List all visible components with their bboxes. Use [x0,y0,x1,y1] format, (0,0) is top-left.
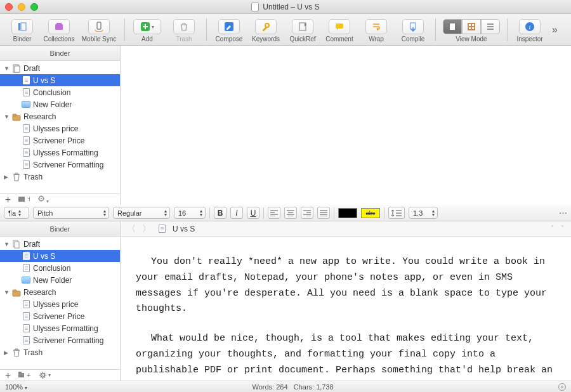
paragraph[interactable]: You don't really *need* a new app to wri… [136,254,556,317]
binder-item-scrivener-formatting[interactable]: Scrivener Formatting [0,159,120,171]
trash-button[interactable]: Trash [166,16,202,42]
binder-item-ulysses-price[interactable]: Ulysses price [0,122,120,134]
add-folder-button[interactable]: + [18,195,30,205]
italic-button[interactable]: I [230,207,243,219]
quickref-icon [292,19,313,34]
svg-rect-20 [15,66,20,72]
keywords-button[interactable]: Keywords [247,16,284,42]
mobile-sync-button[interactable]: Mobile Sync [77,16,121,42]
binder-button[interactable]: Binder [4,16,41,42]
bold-button[interactable]: B [214,207,226,219]
draft-folder-icon [12,64,21,73]
zoom-level[interactable]: 100% ▾ [5,383,27,391]
binder-item-trash[interactable]: ▶Trash [0,346,120,358]
zoom-window-button[interactable] [30,3,38,11]
binder-item-scrivener-price[interactable]: Scrivener Price [0,310,120,322]
binder-item-new-folder[interactable]: New Folder [0,98,120,110]
window-controls [5,3,38,11]
nav-back-button[interactable]: 〈 [127,223,136,235]
binder-item-new-folder[interactable]: New Folder [0,274,120,286]
add-item-button[interactable]: + [5,194,11,206]
binder-tree[interactable]: ▼Draft U vs S Conclusion New Folder ▼Res… [0,237,120,369]
text-color-swatch[interactable] [338,208,357,218]
binder-item-conclusion[interactable]: Conclusion [0,86,120,98]
editor-content[interactable]: You don't really *need* a new app to wri… [121,237,571,381]
binder-item-scrivener-formatting[interactable]: Scrivener Formatting [0,334,120,346]
toolbar-overflow-button[interactable]: » [548,24,561,36]
document-icon [22,336,30,345]
svg-point-26 [41,198,42,199]
svg-rect-13 [469,24,471,26]
font-weight-select[interactable]: Regular▴▾ [113,207,170,219]
view-mode-single[interactable] [443,19,462,34]
font-family-select[interactable]: Pitch▴▾ [33,207,109,219]
document-icon [22,88,30,97]
svg-rect-14 [472,24,474,26]
add-button[interactable]: ▾ Add [129,16,166,42]
editor-pane [121,46,571,205]
align-justify-button[interactable] [317,207,330,219]
target-icon[interactable] [558,383,566,391]
document-icon [22,160,30,169]
line-spacing-button[interactable] [388,207,405,219]
nav-forward-button[interactable]: 〉 [142,223,151,235]
binder-gear-button[interactable]: ▾ [39,371,51,379]
svg-rect-0 [18,23,20,30]
highlight-color-swatch[interactable]: abc [361,208,380,218]
svg-rect-12 [468,23,475,30]
add-item-button[interactable]: + [5,370,11,381]
underline-button[interactable]: U [247,207,259,219]
compile-icon [402,19,424,34]
document-icon [22,252,30,261]
wrap-button[interactable]: Wrap [358,16,395,42]
collections-button[interactable]: Collections [41,16,77,42]
quickref-button[interactable]: QuickRef [284,16,321,42]
trash-icon [12,348,21,357]
binder-item-u-vs-s[interactable]: U vs S [0,250,120,262]
wrap-icon [365,19,387,34]
folder-icon [22,276,30,285]
minimize-window-button[interactable] [18,3,25,11]
close-window-button[interactable] [5,3,13,11]
compile-button[interactable]: Compile [395,16,431,42]
comment-icon [329,19,350,34]
svg-rect-1 [21,23,26,30]
binder-item-ulysses-formatting[interactable]: Ulysses Formatting [0,147,120,159]
binder-item-trash[interactable]: ▶Trash [0,171,120,183]
binder-item-research[interactable]: ▼Research [0,286,120,298]
comment-button[interactable]: Comment [321,16,358,42]
view-mode-cork[interactable] [462,19,481,34]
binder-item-ulysses-price[interactable]: Ulysses price [0,298,120,310]
binder-item-ulysses-formatting[interactable]: Ulysses Formatting [0,322,120,334]
line-spacing-select[interactable]: 1.3▴▾ [409,207,438,219]
binder-footer: + + ▾ [0,193,120,205]
align-right-button[interactable] [301,207,313,219]
compose-button[interactable]: Compose [211,16,247,42]
inspector-icon: i [519,19,541,34]
binder-item-conclusion[interactable]: Conclusion [0,262,120,274]
paragraph-style-select[interactable]: ¶a▴▾ [4,207,29,219]
inspector-button[interactable]: i Inspector [511,16,548,42]
editor-up-button[interactable]: ˄ [551,225,555,233]
font-size-select[interactable]: 16▴▾ [174,207,206,219]
align-center-button[interactable] [284,207,297,219]
binder-item-scrivener-price[interactable]: Scrivener Price [0,134,120,147]
binder-item-draft[interactable]: ▼Draft [0,238,120,250]
binder-tree[interactable]: ▼Draft U vs S Conclusion New Folder ▼Res… [0,61,120,193]
view-mode-outline[interactable] [481,19,500,34]
document-icon [157,225,166,233]
svg-rect-23 [18,197,25,202]
format-bar: ¶a▴▾ Pitch▴▾ Regular▴▾ 16▴▾ B I U abc 1.… [0,205,571,221]
document-icon [22,300,30,309]
binder-item-research[interactable]: ▼Research [0,110,120,122]
svg-rect-9 [336,23,343,29]
add-folder-button[interactable]: + [18,370,31,381]
binder-item-u-vs-s[interactable]: U vs S [0,74,120,86]
format-overflow-button[interactable]: ⋯ [559,208,567,218]
binder-item-draft[interactable]: ▼Draft [0,62,120,74]
binder-gear-button[interactable]: ▾ [37,194,49,205]
document-icon [22,148,30,157]
editor-down-button[interactable]: ˅ [561,225,565,233]
align-left-button[interactable] [268,207,280,219]
paragraph[interactable]: What would be nice, though, is a tool th… [136,331,556,381]
